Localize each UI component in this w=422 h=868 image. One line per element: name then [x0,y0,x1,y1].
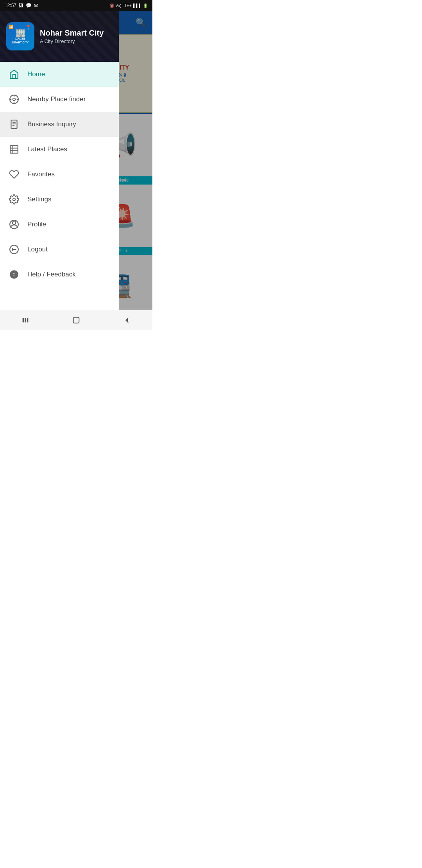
building-icon: 🏢 [15,29,26,37]
favorites-label: Favorites [27,170,55,178]
app-subtitle: A City Directory [40,38,104,44]
menu-item-latest[interactable]: Latest Places [0,137,119,162]
profile-label: Profile [27,221,46,228]
logo-text: NOHARSMART CITY [12,38,29,45]
home-icon [8,68,20,81]
status-right: 🔇 Vo) LTE+ ▌▌▌ 🔋 [109,4,148,8]
menu-item-business[interactable]: Business Inquiry [0,112,119,137]
latest-icon [8,143,20,156]
logout-icon [8,243,20,256]
menu-item-favorites[interactable]: Favorites [0,162,119,187]
svg-point-1 [13,98,16,101]
app-logo: 📶 🏢 NOHARSMART CITY 📍 [6,22,34,50]
battery-icon: 🔋 [143,4,148,8]
svg-rect-22 [25,318,26,322]
drawer: 📶 🏢 NOHARSMART CITY 📍 Nohar Smart City A… [0,11,119,330]
logout-label: Logout [27,246,48,253]
profile-icon [8,218,20,231]
nearby-label: Nearby Place finder [27,95,86,103]
recent-apps-button[interactable] [14,312,37,328]
settings-label: Settings [27,195,51,203]
favorites-icon [8,168,20,181]
vo-lte-text: Vo) LTE+ [116,4,132,8]
chat-icon: 💬 [26,3,32,8]
svg-rect-10 [10,145,18,153]
drawer-menu: Home Nearby Place finder [0,62,119,330]
menu-item-help[interactable]: Help / Feedback [0,262,119,287]
wifi-icon: 📶 [9,25,13,29]
home-button[interactable] [64,312,88,328]
svg-point-14 [13,198,16,201]
signal-icon: ▌▌▌ [133,4,141,8]
mute-icon: 🔇 [109,4,114,8]
menu-item-profile[interactable]: Profile [0,212,119,237]
latest-label: Latest Places [27,145,67,153]
screen: 🔍 CITY ऐप हैा, 📢 नाउंसमेंट 🚨 कालीन नं...… [0,11,152,330]
menu-item-nearby[interactable]: Nearby Place finder [0,87,119,112]
menu-item-home[interactable]: Home [0,62,119,87]
menu-item-settings[interactable]: Settings [0,187,119,212]
pin-icon: 📍 [25,25,31,30]
settings-icon [8,193,20,206]
status-time: 12:57 [5,3,16,8]
photo-icon: 🖼 [19,3,23,8]
help-icon [8,268,20,281]
drawer-overlay[interactable] [119,11,152,330]
app-title-block: Nohar Smart City A City Directory [40,29,104,44]
email-icon: ✉ [34,3,38,8]
svg-rect-23 [27,318,29,322]
drawer-header: 📶 🏢 NOHARSMART CITY 📍 Nohar Smart City A… [0,11,119,62]
svg-rect-24 [73,317,79,323]
svg-point-15 [13,221,16,224]
nearby-icon [8,93,20,106]
menu-item-logout[interactable]: Logout [0,237,119,262]
home-label: Home [27,70,45,78]
svg-rect-21 [23,318,24,322]
business-icon [8,118,20,131]
help-label: Help / Feedback [27,271,76,278]
back-button[interactable] [115,312,139,328]
business-label: Business Inquiry [27,120,76,128]
status-left: 12:57 🖼 💬 ✉ [5,3,38,8]
status-bar: 12:57 🖼 💬 ✉ 🔇 Vo) LTE+ ▌▌▌ 🔋 [0,0,152,11]
app-name: Nohar Smart City [40,29,104,38]
bottom-nav [0,310,152,330]
